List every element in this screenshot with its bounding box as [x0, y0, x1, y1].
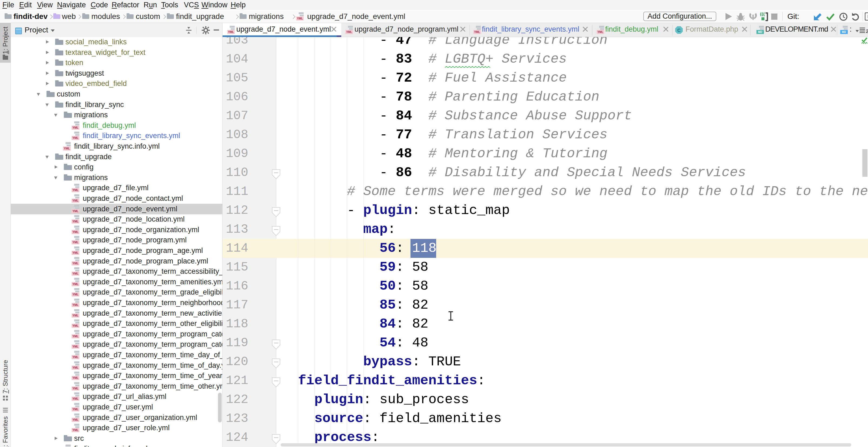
- svg-text:C: C: [677, 28, 681, 33]
